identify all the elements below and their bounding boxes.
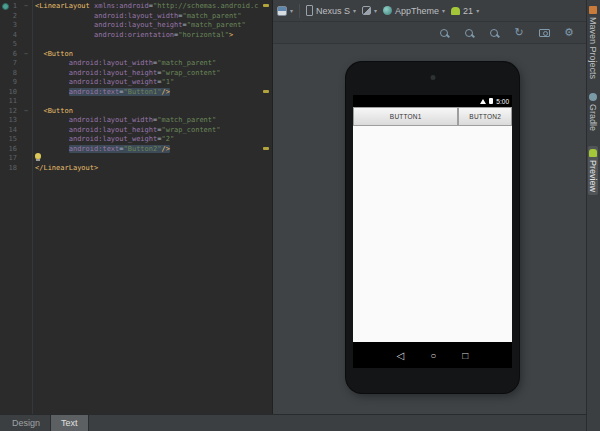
code-token: android:layout_height xyxy=(69,69,158,77)
mode-tab-text[interactable]: Text xyxy=(50,415,89,431)
line-number: 18 xyxy=(0,164,20,174)
back-icon[interactable]: ◁ xyxy=(397,350,405,361)
code-token: android:text xyxy=(69,88,120,96)
code-token: xmlns:android xyxy=(94,2,149,10)
magnifier-glyph xyxy=(440,29,448,37)
code-token: </LinearLayout> xyxy=(35,164,98,172)
code-token: android:layout_height xyxy=(94,21,183,29)
orientation-selector[interactable]: ▾ xyxy=(362,6,377,15)
tool-tab-label: Preview xyxy=(588,160,598,192)
screenshot-camera-icon[interactable] xyxy=(537,26,551,40)
code-token: <Button xyxy=(43,50,73,58)
screen-content xyxy=(353,126,512,342)
magnifier-glyph xyxy=(490,29,498,37)
line-number: 2 xyxy=(0,12,20,22)
code-token xyxy=(35,59,69,67)
home-icon[interactable]: ○ xyxy=(430,350,436,361)
chevron-down-icon: ▾ xyxy=(476,7,479,14)
code-line[interactable]: 1−<LinearLayout xmlns:android="http://sc… xyxy=(0,2,272,12)
preview-button-2[interactable]: BUTTON2 xyxy=(458,107,512,126)
tool-tab-preview[interactable]: Preview xyxy=(588,146,598,195)
status-bar: 5:00 xyxy=(353,95,512,107)
api-level-selector[interactable]: 21 ▾ xyxy=(451,6,479,16)
code-token xyxy=(35,116,69,124)
line-number: 11 xyxy=(0,97,20,107)
code-token: "http://schemas.android.c xyxy=(153,2,258,10)
zoom-fit-icon[interactable] xyxy=(437,26,451,40)
tool-tab-maven-projects[interactable]: Maven Projects xyxy=(588,3,598,82)
code-text: <LinearLayout xmlns:android="http://sche… xyxy=(35,2,258,12)
preview-button-1[interactable]: BUTTON1 xyxy=(353,107,458,126)
fold-marker-icon[interactable]: − xyxy=(20,107,32,117)
code-line[interactable]: 18</LinearLayout> xyxy=(0,164,272,174)
xml-editor[interactable]: 1−<LinearLayout xmlns:android="http://sc… xyxy=(0,0,272,414)
code-token: "2" xyxy=(161,135,174,143)
code-line[interactable]: 3 android:layout_height="match_parent" xyxy=(0,21,272,31)
magnifier-glyph xyxy=(465,29,473,37)
code-token: android:orientation xyxy=(94,31,174,39)
button-row: BUTTON1BUTTON2 xyxy=(353,107,512,126)
intention-bulb-icon[interactable] xyxy=(35,153,41,159)
tool-tab-gradle[interactable]: Gradle xyxy=(588,90,598,134)
code-line[interactable]: 4 android:orientation="horizontal"> xyxy=(0,31,272,41)
android-icon xyxy=(589,149,597,157)
code-text: android:orientation="horizontal"> xyxy=(35,31,233,41)
highlighted-code: android:text="Button2"/> xyxy=(69,145,170,153)
warning-stripe-mark[interactable] xyxy=(263,147,269,150)
chevron-down-icon: ▾ xyxy=(290,7,293,14)
code-line[interactable]: 9 android:layout_weight="1" xyxy=(0,78,272,88)
code-line[interactable]: 16 android:text="Button2"/> xyxy=(0,145,272,155)
code-line[interactable]: 14 android:layout_height="wrap_content" xyxy=(0,126,272,136)
code-token: "match_parent" xyxy=(157,59,216,67)
settings-gear-icon[interactable]: ⚙ xyxy=(562,26,576,40)
theme-selector[interactable]: AppTheme ▾ xyxy=(383,6,445,16)
design-surface-selector[interactable]: ▾ xyxy=(277,6,293,16)
code-token: "wrap_content" xyxy=(161,69,220,77)
line-number: 13 xyxy=(0,116,20,126)
code-token: android:layout_width xyxy=(69,116,153,124)
code-token xyxy=(35,88,69,96)
code-token: android:layout_height xyxy=(69,126,158,134)
code-line[interactable]: 6− <Button xyxy=(0,50,272,60)
code-token: "1" xyxy=(161,78,174,86)
code-line[interactable]: 8 android:layout_height="wrap_content" xyxy=(0,69,272,79)
code-line[interactable]: 15 android:layout_weight="2" xyxy=(0,135,272,145)
code-token xyxy=(35,69,69,77)
code-token: android:layout_weight xyxy=(69,135,158,143)
preview-canvas[interactable]: 5:00 BUTTON1BUTTON2 ◁ ○ □ xyxy=(273,44,586,414)
warning-stripe-mark[interactable] xyxy=(263,90,269,93)
api-level-label: 21 xyxy=(463,6,473,16)
code-line[interactable]: 11 xyxy=(0,97,272,107)
code-token xyxy=(35,31,94,39)
code-line[interactable]: 2 android:layout_width="match_parent" xyxy=(0,12,272,22)
zoom-in-icon[interactable] xyxy=(487,26,501,40)
code-line[interactable]: 12− <Button xyxy=(0,107,272,117)
status-time: 5:00 xyxy=(496,98,509,105)
zoom-actual-icon[interactable] xyxy=(462,26,476,40)
recents-icon[interactable]: □ xyxy=(462,350,468,361)
theme-icon xyxy=(383,6,392,15)
code-line[interactable]: 13 android:layout_width="match_parent" xyxy=(0,116,272,126)
warning-stripe-mark[interactable] xyxy=(263,4,269,7)
fold-marker-icon[interactable]: − xyxy=(20,2,32,12)
code-line[interactable]: 5 xyxy=(0,40,272,50)
fold-marker-icon[interactable]: − xyxy=(20,50,32,60)
code-text: </LinearLayout> xyxy=(35,164,98,174)
refresh-icon[interactable]: ↻ xyxy=(512,26,526,40)
code-token: android:layout_weight xyxy=(69,78,158,86)
line-number: 8 xyxy=(0,69,20,79)
line-number: 3 xyxy=(0,21,20,31)
device-selector[interactable]: Nexus S ▾ xyxy=(306,5,356,16)
line-number: 6 xyxy=(0,50,20,60)
nav-bar: ◁ ○ □ xyxy=(353,342,512,368)
line-number: 17 xyxy=(0,154,20,164)
code-token xyxy=(35,145,69,153)
code-token xyxy=(35,135,69,143)
gutter-element-icon[interactable] xyxy=(2,3,9,10)
code-token: /> xyxy=(161,145,169,153)
code-token: <LinearLayout xyxy=(35,2,90,10)
code-line[interactable]: 10 android:text="Button1"/> xyxy=(0,88,272,98)
preview-config-toolbar: ▾ Nexus S ▾ ▾ AppTheme ▾ 21 ▾ xyxy=(273,0,586,22)
code-line[interactable]: 7 android:layout_width="match_parent" xyxy=(0,59,272,69)
mode-tab-design[interactable]: Design xyxy=(2,415,50,431)
